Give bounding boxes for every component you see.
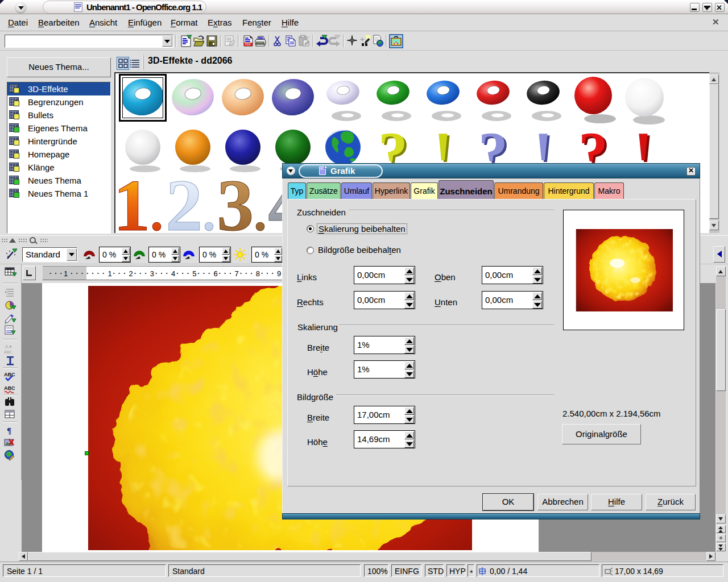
svg-text:¶: ¶ (7, 426, 11, 435)
svg-text:4: 4 (171, 269, 175, 278)
svg-text:ABC: ABC (4, 350, 12, 354)
svg-text:PDF: PDF (245, 43, 251, 46)
svg-text:A: A (5, 344, 9, 350)
svg-text:5: 5 (192, 269, 196, 278)
svg-text:7: 7 (235, 269, 239, 278)
svg-text:2.: 2. (166, 164, 216, 233)
svg-text:6: 6 (213, 269, 217, 278)
svg-text:1.: 1. (115, 164, 163, 233)
svg-text:1: 1 (107, 269, 111, 278)
svg-text:3: 3 (150, 269, 154, 278)
svg-text:3.: 3. (217, 164, 267, 233)
svg-text:8: 8 (256, 269, 260, 278)
svg-text:9: 9 (277, 269, 281, 278)
svg-text:1: 1 (64, 269, 68, 278)
svg-text:ABC: ABC (4, 385, 15, 391)
svg-text:2: 2 (129, 269, 133, 278)
svg-text:ABC: ABC (4, 372, 15, 377)
